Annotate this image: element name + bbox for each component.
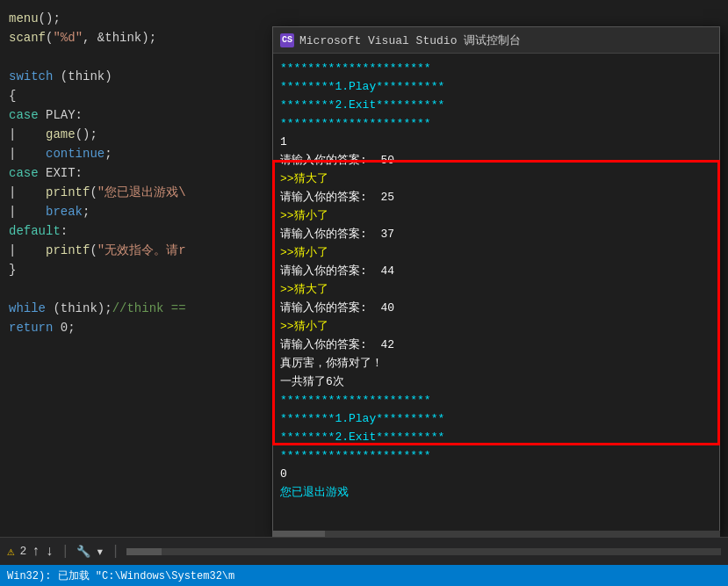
console-line-4: ********************** [280, 114, 712, 133]
console-line-9: >>猜小了 [280, 206, 712, 225]
divider-2: | [112, 544, 120, 560]
console-line-20: ********1.Play********** [280, 409, 712, 428]
console-line-24: 您已退出游戏 [280, 483, 712, 502]
console-line-18: 一共猜了6次 [280, 373, 712, 391]
build-icon[interactable]: 🔧 [76, 545, 90, 559]
console-line-22: ********************** [280, 446, 712, 465]
console-line-8: 请输入你的答案: 25 [280, 188, 712, 206]
console-line-6: 请输入你的答案: 50 [280, 151, 712, 170]
console-line-16: 请输入你的答案: 42 [280, 336, 712, 354]
console-line-1: ********************** [280, 59, 712, 77]
warning-icon: ⚠ [7, 544, 14, 559]
status-text: Win32): 已加载 "C:\Windows\System32\m [7, 568, 234, 583]
console-line-21: ********2.Exit********** [280, 428, 712, 446]
console-window: CS Microsoft Visual Studio 调试控制台 *******… [272, 26, 720, 536]
bottom-hscroll[interactable] [126, 548, 721, 555]
console-line-23: 0 [280, 465, 712, 483]
bottom-toolbar: ⚠ 2 ↑ ↓ | 🔧 ▾ | [0, 537, 728, 565]
console-line-12: 请输入你的答案: 44 [280, 262, 712, 280]
chevron-down[interactable]: ▾ [96, 543, 105, 561]
console-title: Microsoft Visual Studio 调试控制台 [299, 33, 521, 48]
console-line-7: >>猜大了 [280, 170, 712, 188]
vs-icon: CS [280, 33, 294, 47]
status-bar: Win32): 已加载 "C:\Windows\System32\m [0, 565, 728, 586]
warning-count: 2 [19, 545, 26, 558]
console-line-5: 1 [280, 133, 712, 151]
code-line-1: menu(); [0, 9, 728, 28]
console-line-15: >>猜小了 [280, 317, 712, 336]
console-line-19: ********************** [280, 391, 712, 409]
console-line-11: >>猜小了 [280, 243, 712, 262]
console-body: ********************** ********1.Play***… [273, 54, 719, 535]
console-line-2: ********1.Play********** [280, 77, 712, 96]
console-line-17: 真厉害，你猜对了！ [280, 354, 712, 373]
console-line-13: >>猜大了 [280, 280, 712, 299]
console-line-10: 请输入你的答案: 37 [280, 225, 712, 243]
up-arrow[interactable]: ↑ [32, 544, 40, 560]
console-line-14: 请输入你的答案: 40 [280, 299, 712, 317]
down-arrow[interactable]: ↓ [46, 544, 54, 560]
console-titlebar: CS Microsoft Visual Studio 调试控制台 [273, 27, 719, 54]
hscroll-thumb[interactable] [126, 548, 162, 555]
console-line-3: ********2.Exit********** [280, 96, 712, 114]
divider-1: | [61, 544, 69, 560]
